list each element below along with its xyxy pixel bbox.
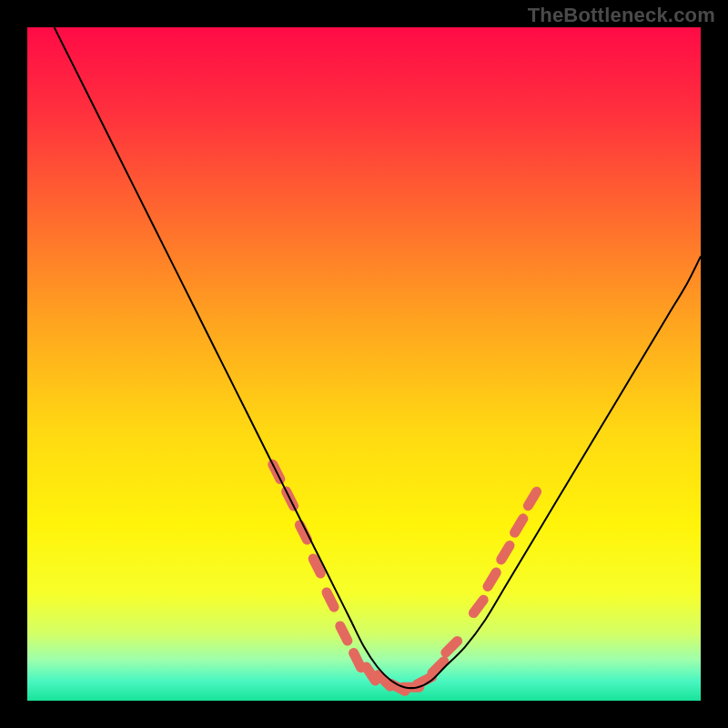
accent-dash	[354, 653, 361, 668]
watermark-text: TheBottleneck.com	[528, 4, 715, 27]
accent-dash	[340, 626, 348, 641]
chart-frame: TheBottleneck.com	[0, 0, 728, 728]
accent-dash	[327, 592, 334, 607]
accent-dash	[313, 559, 320, 573]
accent-dash	[418, 677, 432, 684]
gradient-background	[27, 27, 701, 701]
plot-area	[27, 27, 701, 701]
chart-svg	[27, 27, 701, 701]
